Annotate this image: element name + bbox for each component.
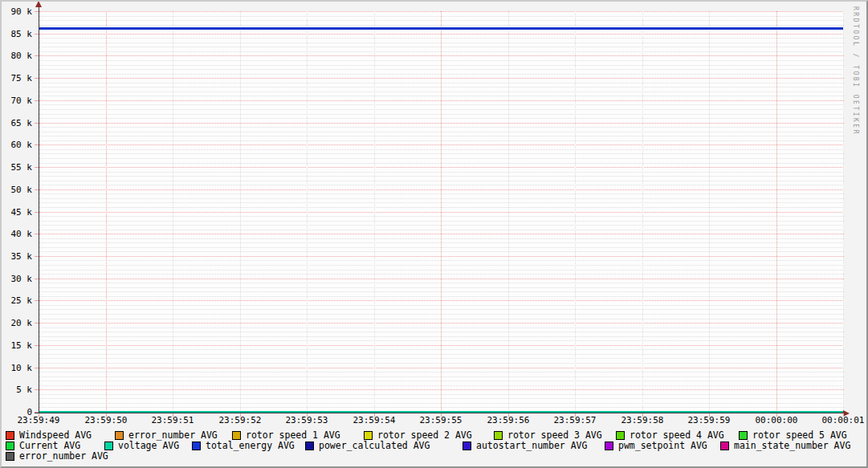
y-tick-mark	[35, 11, 39, 12]
gridline-h-minor	[39, 221, 844, 222]
gridline-h-minor	[39, 296, 844, 297]
legend-swatch	[104, 442, 113, 450]
gridline-h-minor	[39, 207, 844, 208]
y-tick-mark	[35, 189, 39, 190]
series-line-voltage-avg	[39, 411, 843, 413]
gridline-v-minor	[843, 11, 844, 412]
gridline-h-minor	[39, 251, 844, 252]
gridline-v-minor	[642, 11, 643, 412]
series-line-total_energy-avg	[39, 27, 843, 30]
gridline-h-minor	[39, 270, 844, 271]
gridline-h-minor	[39, 114, 844, 115]
gridline-h-minor	[39, 65, 844, 66]
legend-item: rotor speed 4 AVG	[616, 430, 724, 440]
gridline-h-major	[39, 100, 844, 101]
y-tick-mark	[35, 256, 39, 257]
gridline-h-minor	[39, 127, 844, 128]
legend-swatch	[494, 431, 503, 440]
legend-swatch	[232, 431, 241, 440]
legend-swatch	[616, 431, 625, 440]
gridline-h-major	[39, 234, 844, 234]
gridline-h-minor	[39, 287, 844, 288]
gridline-h-minor	[39, 328, 844, 328]
gridline-h-major	[39, 11, 844, 12]
x-tick-label: 23:59:57	[543, 415, 607, 425]
y-tick-label: 75 k	[0, 73, 32, 83]
gridline-h-minor	[39, 394, 844, 395]
y-tick-label: 65 k	[0, 118, 32, 128]
rrdtool-graph: 90 k85 k80 k75 k70 k65 k60 k55 k50 k45 k…	[0, 0, 868, 468]
y-axis-arrow-icon	[35, 1, 42, 7]
y-tick-label: 55 k	[0, 162, 32, 173]
y-tick-mark	[35, 412, 39, 413]
gridline-h-minor	[39, 407, 844, 408]
legend-label: power_calculated AVG	[319, 441, 430, 450]
legend-swatch	[6, 431, 14, 440]
legend-item: autostart_number AVG	[463, 441, 587, 450]
watermark: RRDTOOL / TOBI OETIKER	[852, 6, 859, 136]
gridline-h-major	[39, 345, 844, 346]
gridline-h-minor	[39, 25, 844, 26]
gridline-h-minor	[39, 354, 844, 355]
x-tick-label: 23:59:50	[74, 415, 138, 425]
legend-label: rotor speed 3 AVG	[507, 430, 602, 440]
gridline-v-minor	[307, 11, 308, 412]
gridline-h-minor	[39, 149, 844, 150]
legend-item: main_state_number AVG	[720, 441, 850, 450]
gridline-v-major	[106, 11, 107, 412]
gridline-h-major	[39, 78, 844, 79]
gridline-h-minor	[39, 16, 844, 17]
gridline-v-minor	[508, 11, 509, 412]
gridline-h-minor	[39, 176, 844, 177]
y-tick-label: 85 k	[0, 29, 32, 39]
y-tick-mark	[35, 34, 39, 35]
gridline-h-minor	[39, 140, 844, 141]
gridline-v-major	[776, 11, 777, 412]
legend-label: rotor speed 4 AVG	[630, 430, 724, 440]
legend-label: autostart_number AVG	[476, 441, 587, 450]
gridline-h-minor	[39, 158, 844, 159]
x-tick-label: 23:59:56	[476, 415, 540, 425]
gridline-h-major	[39, 167, 844, 168]
gridline-h-major	[39, 279, 844, 279]
legend-swatch	[364, 431, 373, 440]
y-tick-mark	[35, 144, 39, 145]
y-tick-mark	[35, 345, 39, 346]
gridline-h-minor	[39, 132, 844, 132]
legend-item: Windspeed AVG	[6, 430, 92, 440]
gridline-h-minor	[39, 385, 844, 386]
gridline-h-minor	[39, 291, 844, 292]
gridline-v-minor	[240, 11, 241, 412]
gridline-h-minor	[39, 381, 844, 381]
y-tick-mark	[35, 100, 39, 101]
y-tick-mark	[35, 123, 39, 124]
gridline-h-minor	[39, 332, 844, 332]
legend-swatch	[6, 452, 14, 461]
y-tick-label: 20 k	[0, 318, 32, 328]
gridline-h-major	[39, 300, 844, 301]
x-tick-label: 23:59:53	[275, 415, 339, 425]
x-tick-label: 23:59:55	[409, 415, 473, 425]
y-tick-label: 10 k	[0, 363, 32, 373]
gridline-h-minor	[39, 336, 844, 337]
gridline-v-minor	[173, 11, 173, 412]
y-tick-label: 80 k	[0, 51, 32, 61]
gridline-h-major	[39, 389, 844, 390]
gridline-h-major	[39, 34, 844, 35]
x-tick-label: 23:59:52	[208, 415, 272, 425]
gridline-h-minor	[39, 96, 844, 96]
y-axis	[39, 7, 39, 414]
gridline-h-major	[39, 323, 844, 324]
gridline-h-major	[39, 189, 844, 190]
gridline-h-minor	[39, 314, 844, 315]
legend-label: Windspeed AVG	[19, 430, 92, 440]
gridline-h-minor	[39, 20, 844, 21]
y-tick-mark	[35, 368, 39, 368]
gridline-v-minor	[575, 11, 576, 412]
legend-item: total_energy AVG	[192, 441, 295, 450]
x-tick-label: 23:59:58	[610, 415, 674, 425]
legend-label: voltage AVG	[118, 441, 179, 450]
y-tick-mark	[35, 212, 39, 213]
gridline-h-minor	[39, 398, 844, 399]
legend-label: rotor speed 5 AVG	[752, 430, 847, 440]
